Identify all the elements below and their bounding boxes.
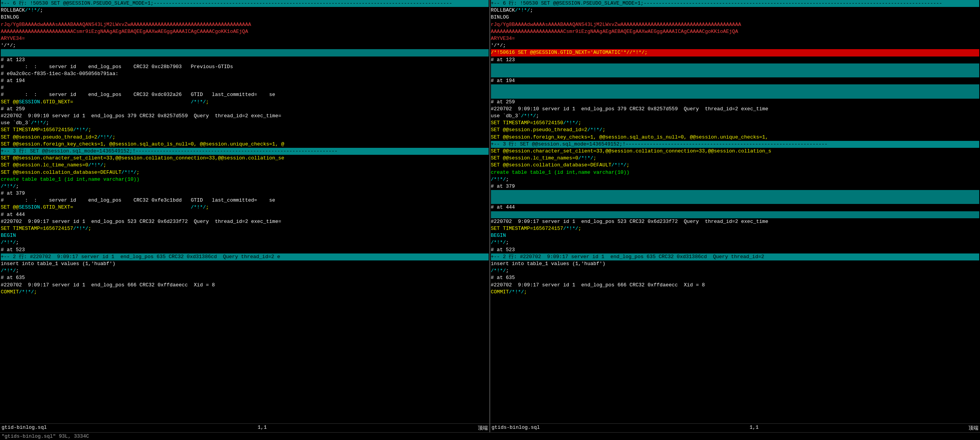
line: +-- 2 行: #220702 9:09:17 server id 1 end… (491, 253, 980, 260)
code-seg: use `db_3` (491, 113, 521, 119)
code-segment: SET TIMESTAMP=1656724150 (1, 127, 73, 133)
line: #220702 9:09:10 server id 1 end_log_pos … (1, 113, 489, 120)
code-segment: ; (627, 162, 630, 168)
line: #220702 9:09:17 server id 1 end_log_pos … (1, 282, 489, 289)
right-pane-content[interactable]: +-- 6 行: !50530 SET @@SESSION.PSEUDO_SLA… (490, 0, 980, 423)
code-seg: ; (16, 183, 19, 189)
comment-marker: /*!*/ (97, 134, 112, 140)
comment-marker: /*!*/ (612, 162, 627, 168)
code-segment: SET TIMESTAMP=1656724157 (491, 226, 563, 231)
line: # : : server id end_log_pos CRC32 0xfe3c… (1, 197, 489, 204)
line: # at 444 (1, 211, 489, 218)
right-location: 顶端 (968, 425, 978, 431)
line: ARYVE34= (1, 35, 489, 42)
line: SET @@session.pseudo_thread_id=2/*!*/; (1, 134, 489, 141)
comment-marker: /*!*/ (88, 162, 103, 168)
comment-marker: /*!*/ (521, 113, 536, 119)
code-segment: SET @@session.lc_time_names=0 (1, 162, 88, 168)
line: # at 259 (1, 106, 489, 113)
line: # at 379 (1, 190, 489, 197)
line: SET @@session.character_set_client=33,@@… (491, 148, 980, 155)
code-segment: SET @@session.collation_database=DEFAULT (1, 169, 121, 175)
line: insert into table_1 values (1,'huabf') (1, 260, 489, 267)
bottom-bar: "gtids-binlog.sql" 93L, 3334C (0, 432, 980, 440)
comment-marker: /*!*/ (1, 240, 16, 245)
line: # at 259 (491, 99, 980, 106)
left-status-bar: gtid-binlog.sql 1,1 顶端 (0, 423, 489, 432)
code-segment: ; (112, 134, 116, 140)
line: +-- 2 行: #220702 9:09:17 server id 1 end… (1, 253, 489, 260)
line (491, 70, 980, 77)
line: BEGIN (1, 232, 489, 239)
line: BINLOG (491, 14, 980, 21)
comment-marker: /*!*/ (491, 268, 506, 274)
code-segment: SET TIMESTAMP=1656724150 (491, 120, 563, 126)
code-seg: ; (16, 240, 19, 245)
line: SET TIMESTAMP=1656724150/*!*/; (491, 120, 980, 127)
line: # at 523 (1, 247, 489, 253)
line: # at 123 (491, 56, 980, 63)
comment-marker: /*!*/ (515, 7, 530, 13)
line: create table table_1 (id int,name varcha… (1, 176, 489, 183)
line: +-- 6 行: !50530 SET @@SESSION.PSEUDO_SLA… (491, 0, 980, 7)
left-filename: gtid-binlog.sql (2, 425, 47, 431)
line: /*!*/; (491, 267, 980, 274)
code-segment: ; (136, 169, 140, 175)
line: /*!50616 SET @@SESSION.GTID_NEXT='AUTOMA… (491, 49, 980, 56)
code-seg: ROLLBACK (1, 7, 25, 13)
code-segment: SET @@session.pseudo_thread_id=2 (491, 127, 588, 133)
code-segment: SET @@session.lc_time_names=0 (491, 155, 578, 161)
code-seg: ; (16, 268, 19, 274)
line (491, 211, 980, 218)
right-status-bar: gtids-binlog.sql 1,1 顶端 (490, 423, 980, 432)
line: ROLLBACK/*!*/; (1, 7, 489, 14)
line: SET @@session.lc_time_names=0/*!*/; (491, 155, 980, 162)
line: # at 379 (491, 183, 980, 190)
code-seg: /*!*/ (191, 99, 206, 105)
code-seg: .GTID_NEXT= (40, 204, 191, 210)
bottom-text: "gtids-binlog.sql" 93L, 3334C (2, 433, 89, 439)
code-seg: ; (206, 99, 209, 105)
line: # (1, 84, 489, 91)
line: #220702 9:09:17 server id 1 end_log_pos … (1, 218, 489, 225)
code-seg: ROLLBACK (491, 7, 515, 13)
line: use `db_3`/*!*/; (1, 120, 489, 127)
line: /*!*/; (1, 183, 489, 190)
line: SET TIMESTAMP=1656724150/*!*/; (1, 127, 489, 134)
code-seg: .GTID_NEXT= (40, 99, 191, 105)
line: COMMIT/*!*/; (491, 289, 980, 296)
line: AAAAAAAAAAAAAAAAAAAAAAAACsmr9iEzgNAAgAEg… (1, 28, 489, 35)
line: #220702 9:09:17 server id 1 end_log_pos … (491, 282, 980, 289)
line: # at 635 (1, 274, 489, 281)
comment-marker: /*!*/ (19, 289, 34, 295)
line: # : : server id end_log_pos CRC32 0xc28b… (1, 63, 489, 70)
line: SET TIMESTAMP=1656724157/*!*/; (1, 225, 489, 232)
left-location: 顶端 (478, 425, 488, 431)
comment-marker: /*!*/ (1, 268, 16, 274)
line: # at 194 (491, 77, 980, 84)
line (491, 197, 980, 204)
comment-marker: /*!*/ (491, 240, 506, 245)
comment-marker: /*!*/ (578, 155, 593, 161)
line: /*!*/; (1, 267, 489, 274)
code-seg: ; (40, 7, 43, 13)
code-seg: ; (506, 240, 509, 245)
line: COMMIT/*!*/; (1, 289, 489, 296)
comment-marker: /*!*/ (563, 120, 578, 126)
line: # at 523 (491, 247, 980, 253)
code-seg: SESSION (19, 99, 40, 105)
line (491, 91, 980, 98)
line: SET @@session.character_set_client=33,@@… (1, 155, 489, 162)
right-pane: +-- 6 行: !50530 SET @@SESSION.PSEUDO_SLA… (490, 0, 980, 432)
code-segment: ; (88, 127, 91, 133)
line: SET @@session.collation_database=DEFAULT… (491, 162, 980, 169)
line (491, 190, 980, 197)
line: # at 123 (1, 56, 489, 63)
line: +-- 6 行: !50530 SET @@SESSION.PSEUDO_SLA… (1, 0, 489, 7)
comment-marker: /*!*/ (491, 176, 506, 182)
line: # : : server id end_log_pos CRC32 0xdc03… (1, 91, 489, 98)
line: +-- 3 行: SET @@session.sql_mode=14365491… (1, 148, 489, 155)
left-pane-content[interactable]: +-- 6 行: !50530 SET @@SESSION.PSEUDO_SLA… (0, 0, 489, 423)
code-segment: ; (578, 226, 581, 231)
left-pane: +-- 6 行: !50530 SET @@SESSION.PSEUDO_SLA… (0, 0, 490, 432)
